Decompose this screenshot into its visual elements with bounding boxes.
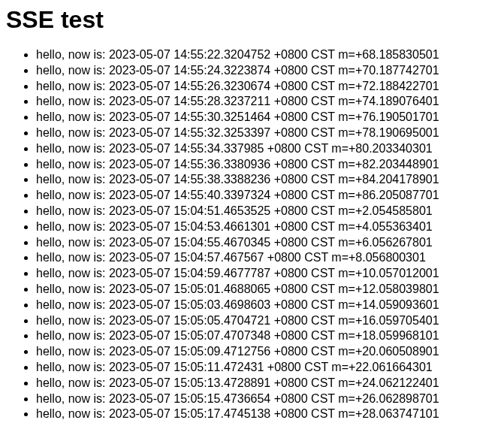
list-item: hello, now is: 2023-05-07 14:55:28.32372… <box>36 94 498 110</box>
list-item: hello, now is: 2023-05-07 14:55:34.33798… <box>36 141 498 157</box>
list-item: hello, now is: 2023-05-07 14:55:36.33809… <box>36 157 498 173</box>
list-item: hello, now is: 2023-05-07 15:04:59.46777… <box>36 266 498 282</box>
list-item: hello, now is: 2023-05-07 14:55:38.33882… <box>36 172 498 188</box>
list-item: hello, now is: 2023-05-07 15:05:05.47047… <box>36 313 498 329</box>
list-item: hello, now is: 2023-05-07 15:04:53.46613… <box>36 219 498 235</box>
list-item: hello, now is: 2023-05-07 14:55:32.32533… <box>36 125 498 141</box>
list-item: hello, now is: 2023-05-07 14:55:22.32047… <box>36 47 498 63</box>
list-item: hello, now is: 2023-05-07 14:55:40.33973… <box>36 188 498 204</box>
list-item: hello, now is: 2023-05-07 15:05:07.47073… <box>36 328 498 344</box>
list-item: hello, now is: 2023-05-07 15:05:15.47366… <box>36 391 498 407</box>
list-item: hello, now is: 2023-05-07 15:05:17.47451… <box>36 406 498 422</box>
list-item: hello, now is: 2023-05-07 15:04:51.46535… <box>36 204 498 219</box>
list-item: hello, now is: 2023-05-07 15:04:55.46703… <box>36 235 498 251</box>
list-item: hello, now is: 2023-05-07 15:05:01.46880… <box>36 282 498 298</box>
list-item: hello, now is: 2023-05-07 15:05:03.46986… <box>36 298 498 313</box>
list-item: hello, now is: 2023-05-07 14:55:24.32238… <box>36 63 498 79</box>
list-item: hello, now is: 2023-05-07 14:55:30.32514… <box>36 110 498 125</box>
list-item: hello, now is: 2023-05-07 15:05:11.47243… <box>36 360 498 376</box>
list-item: hello, now is: 2023-05-07 15:05:13.47288… <box>36 376 498 391</box>
page-title: SSE test <box>6 6 498 34</box>
list-item: hello, now is: 2023-05-07 15:05:09.47127… <box>36 344 498 360</box>
list-item: hello, now is: 2023-05-07 14:55:26.32306… <box>36 79 498 95</box>
list-item: hello, now is: 2023-05-07 15:04:57.46756… <box>36 250 498 266</box>
log-list: hello, now is: 2023-05-07 14:55:22.32047… <box>6 47 498 422</box>
